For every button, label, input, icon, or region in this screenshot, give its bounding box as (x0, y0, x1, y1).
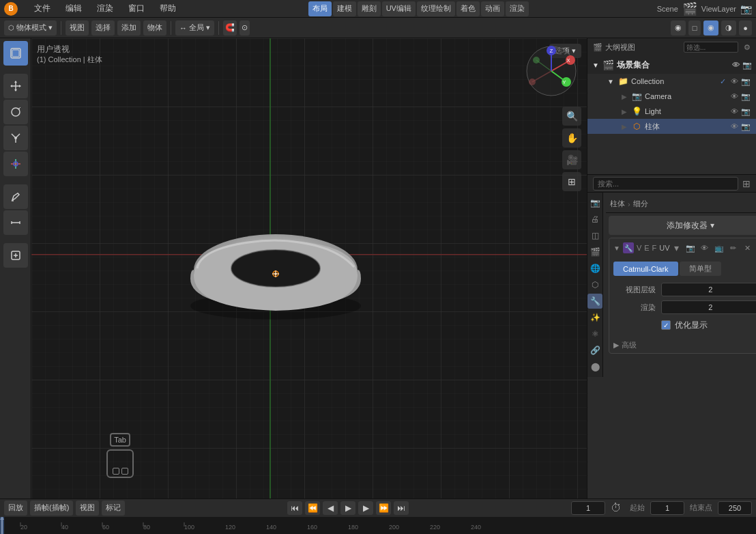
mod-filter-vert-icon[interactable]: V (637, 244, 641, 252)
cylinder-expand-arrow[interactable]: ▶ (620, 122, 628, 130)
prop-view-icon-btn[interactable]: ◫ (587, 228, 602, 243)
mark-menu-btn[interactable]: 标记 (102, 501, 125, 516)
viewport-overlay-btn[interactable]: ◉ (671, 20, 686, 36)
viewport-3d[interactable]: 用户透视 (1) Collection | 柱体 选项 ▾ X Y Z (31, 38, 587, 498)
viewport-shading-material[interactable]: ◑ (721, 20, 736, 36)
object-menu-btn[interactable]: 物体 (143, 20, 166, 36)
zoom-in-btn[interactable]: 🔍 (562, 107, 581, 126)
menu-render[interactable]: 渲染 (93, 1, 117, 16)
prop-constraints-icon-btn[interactable]: 🔗 (587, 343, 602, 358)
mod-render-icon[interactable]: 👁 (699, 242, 711, 254)
camera-row[interactable]: ▶ 📷 Camera 👁 📷 (587, 89, 756, 104)
mod-edit-icon[interactable]: ✏ (727, 242, 740, 254)
menu-window[interactable]: 窗口 (124, 1, 149, 16)
timeline-scrubber[interactable]: 20 40 60 80 100 120 140 160 180 200 220 … (0, 517, 756, 535)
scene-expand-arrow[interactable]: ▼ (592, 61, 600, 69)
mod-expand-icon[interactable]: ▾ (674, 242, 679, 253)
prop-object-icon-btn[interactable]: ⬡ (587, 277, 602, 292)
levels-value-field[interactable]: 2 (661, 283, 756, 296)
end-frame-display[interactable]: 250 (718, 501, 752, 515)
workspace-tab-shading[interactable]: 着色 (456, 1, 480, 16)
select-menu-btn[interactable]: 选择 (91, 20, 115, 36)
tool-add-object[interactable] (3, 243, 28, 268)
view-menu-timeline-btn[interactable]: 视图 (76, 501, 99, 516)
render-value-field[interactable]: 2 (661, 300, 756, 314)
tool-measure[interactable] (3, 210, 28, 235)
collection-check-icon[interactable]: ✓ (718, 76, 727, 86)
step-back-btn[interactable]: ◀ (323, 501, 338, 515)
light-expand-arrow[interactable]: ▶ (620, 107, 628, 115)
tool-rotate[interactable] (3, 100, 28, 124)
jump-back-btn[interactable]: ⏪ (305, 501, 320, 515)
tool-annotate[interactable] (3, 184, 28, 209)
properties-search[interactable] (593, 177, 738, 191)
add-modifier-btn[interactable]: 添加修改器 ▾ (609, 216, 756, 235)
view-menu-btn[interactable]: 视图 (66, 20, 89, 36)
interpolation-menu-btn[interactable]: 插帧(插帧) (30, 501, 73, 516)
prop-render-icon-btn[interactable]: 📷 (587, 195, 602, 210)
prop-world-icon-btn[interactable]: 🌐 (587, 261, 602, 276)
step-fwd-btn[interactable]: ▶ (358, 501, 373, 515)
camera-btn[interactable]: 🎥 (562, 150, 581, 169)
workspace-tab-animation[interactable]: 动画 (481, 1, 504, 16)
viewport-shading-render[interactable]: ● (739, 20, 752, 36)
collection-eye-icon[interactable]: 👁 (729, 76, 739, 86)
proportional-btn[interactable]: ⊙ (239, 20, 250, 36)
global-btn[interactable]: ↔ 全局 ▾ (175, 20, 214, 36)
cylinder-render-icon[interactable]: 📷 (741, 122, 751, 131)
workspace-tab-uv[interactable]: UV编辑 (382, 1, 416, 16)
jump-end-btn[interactable]: ⏭ (394, 501, 409, 515)
workspace-tab-texture[interactable]: 纹理绘制 (417, 1, 455, 16)
start-frame-display[interactable]: 1 (650, 501, 684, 515)
cylinder-eye-icon[interactable]: 👁 (729, 122, 739, 131)
jump-start-btn[interactable]: ⏮ (287, 501, 302, 515)
cylinder-row[interactable]: ▶ ⬡ 柱体 👁 📷 (587, 119, 756, 134)
grid-toggle-btn[interactable]: ⊞ (562, 172, 581, 191)
snap-btn[interactable]: 🧲 (223, 20, 237, 36)
tool-select[interactable] (3, 41, 28, 66)
workspace-tab-sculpt[interactable]: 雕刻 (358, 1, 381, 16)
playback-menu-btn[interactable]: 回放 (4, 501, 27, 516)
mod-cam-icon[interactable]: 📷 (684, 242, 697, 254)
collection-expand-arrow[interactable]: ▼ (607, 77, 615, 85)
prop-modifier-icon-btn active[interactable]: 🔧 (587, 294, 602, 309)
prop-scene-icon-btn[interactable]: 🎬 (587, 244, 602, 259)
mod-filter-uv-icon[interactable]: UV (659, 244, 669, 252)
tab-simple[interactable]: 简单型 (680, 262, 721, 276)
pan-btn[interactable]: ✋ (562, 128, 581, 147)
workspace-tab-rendering[interactable]: 渲染 (506, 1, 529, 16)
prop-output-icon-btn[interactable]: 🖨 (587, 212, 602, 227)
navigation-gizmo[interactable]: X Y Z (524, 44, 579, 98)
collection-row[interactable]: ▼ 📁 Collection ✓ 👁 📷 (587, 74, 756, 89)
viewport-shading-solid[interactable]: ◉ (703, 20, 718, 36)
mod-viewport-icon[interactable]: 📺 (713, 242, 725, 254)
tool-move[interactable] (3, 74, 28, 98)
menu-help[interactable]: 帮助 (156, 1, 180, 16)
scene-render-icon[interactable]: 📷 (742, 60, 752, 70)
mod-toggle-btn[interactable]: ▼ (613, 244, 620, 252)
properties-expand-btn[interactable]: ⊞ (742, 178, 751, 189)
mod-filter-edge-icon[interactable]: E (644, 244, 649, 252)
menu-edit[interactable]: 编辑 (61, 1, 86, 16)
camera-render-icon[interactable]: 📷 (741, 92, 751, 101)
scene-eye-icon[interactable]: 👁 (731, 60, 740, 70)
outliner-filter-icon[interactable]: ⚙ (744, 43, 751, 52)
outliner-search[interactable] (684, 42, 738, 53)
optimize-checkbox[interactable]: ✓ (661, 320, 671, 330)
prop-material-icon-btn[interactable]: ⬤ (587, 359, 602, 374)
tab-catmull-clark[interactable]: Catmull-Clark (613, 262, 678, 276)
camera-expand-arrow[interactable]: ▶ (620, 92, 628, 100)
current-frame-display[interactable]: 1 (571, 501, 605, 515)
collection-render-icon[interactable]: 📷 (741, 76, 751, 86)
workspace-tab-modeling[interactable]: 建模 (333, 1, 356, 16)
light-render-icon[interactable]: 📷 (741, 107, 751, 116)
scene-collection-row[interactable]: ▼ 🎬 场景集合 👁 📷 (587, 56, 756, 74)
menu-file[interactable]: 文件 (30, 1, 55, 16)
camera-eye-icon[interactable]: 👁 (729, 92, 739, 101)
mode-select-btn[interactable]: ⬡ 物体模式 ▾ (4, 20, 57, 36)
jump-fwd-btn[interactable]: ⏩ (376, 501, 391, 515)
advanced-section[interactable]: ▶ 高级 (609, 337, 756, 353)
prop-physics-icon-btn[interactable]: ⚛ (587, 326, 602, 341)
light-eye-icon[interactable]: 👁 (729, 107, 739, 116)
prop-particles-icon-btn[interactable]: ✨ (587, 310, 602, 325)
